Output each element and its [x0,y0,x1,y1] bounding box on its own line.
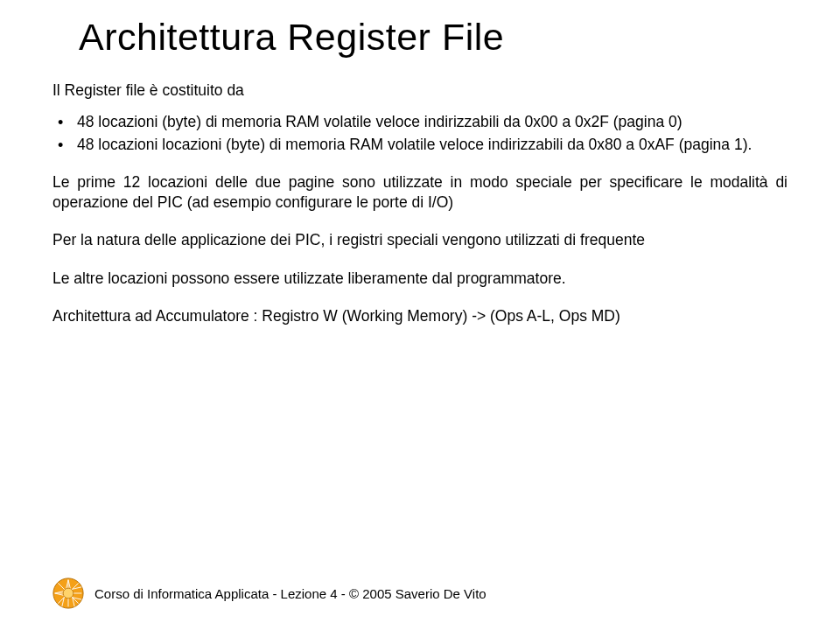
footer-text: Corso di Informatica Applicata - Lezione… [94,586,486,601]
footer: Corso di Informatica Applicata - Lezione… [52,578,486,609]
bullet-item: 48 locazioni locazioni (byte) di memoria… [52,135,788,156]
bullet-item: 48 locazioni (byte) di memoria RAM volat… [52,112,788,133]
paragraph-1: Le prime 12 locazioni delle due pagine s… [52,172,788,213]
paragraph-2: Per la natura delle applicazione dei PIC… [52,230,788,250]
slide-title: Architettura Register File [79,16,788,59]
paragraph-4: Architettura ad Accumulatore : Registro … [52,306,788,326]
sun-logo-icon [52,578,84,609]
bullet-list: 48 locazioni (byte) di memoria RAM volat… [52,112,788,155]
svg-point-9 [63,588,74,598]
intro-text: Il Register file è costituito da [52,81,788,100]
paragraph-3: Le altre locazioni possono essere utiliz… [52,269,788,289]
slide: Architettura Register File Il Register f… [0,0,840,630]
